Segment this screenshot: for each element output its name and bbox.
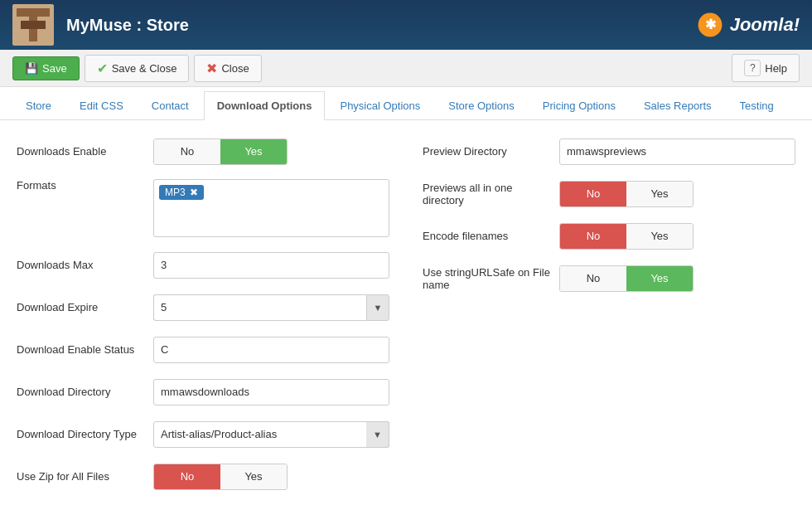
tab-store[interactable]: Store (12, 91, 65, 120)
downloads-max-row: Downloads Max (17, 250, 389, 279)
downloads-enable-yes[interactable]: Yes (220, 139, 287, 164)
formats-row: Formats MP3 ✖ (17, 179, 389, 237)
previews-all-in-one-no[interactable]: No (560, 182, 626, 206)
download-expire-input[interactable] (153, 294, 366, 321)
toolbar: 💾 Save ✔ Save & Close ✖ Close ? Help (0, 50, 812, 87)
encode-filenames-label: Encode filenames (423, 230, 559, 242)
string-url-safe-row: Use stringURLSafe on File name No Yes (423, 264, 795, 293)
use-zip-yes[interactable]: Yes (220, 464, 287, 489)
tab-sales-reports[interactable]: Sales Reports (631, 91, 725, 120)
preview-directory-row: Preview Directory (423, 137, 795, 166)
save-label: Save (42, 62, 67, 75)
use-zip-row: Use Zip for All Files No Yes (17, 462, 389, 491)
formats-box[interactable]: MP3 ✖ (153, 179, 389, 237)
download-directory-input[interactable] (153, 379, 389, 405)
use-zip-toggle: No Yes (153, 464, 288, 490)
previews-all-in-one-label: Previews all in one directory (423, 182, 559, 206)
preview-directory-input[interactable] (559, 138, 795, 165)
previews-all-in-one-row: Previews all in one directory No Yes (423, 179, 795, 208)
tab-edit-css[interactable]: Edit CSS (66, 91, 137, 120)
downloads-enable-row: Downloads Enable No Yes (17, 137, 389, 166)
download-enable-status-row: Download Enable Status (17, 335, 389, 364)
previews-all-in-one-yes[interactable]: Yes (626, 182, 693, 206)
save-close-button[interactable]: ✔ Save & Close (85, 55, 190, 82)
joomla-icon: ✱ (697, 12, 723, 38)
expire-dropdown-arrow[interactable]: ▼ (366, 294, 389, 321)
question-icon: ? (744, 60, 761, 76)
use-zip-no[interactable]: No (154, 464, 220, 489)
previews-all-in-one-toggle: No Yes (559, 181, 694, 207)
download-directory-type-label: Download Directory Type (17, 428, 153, 440)
encode-filenames-row: Encode filenames No Yes (423, 221, 795, 250)
formats-label: Formats (17, 179, 153, 192)
string-url-safe-yes[interactable]: Yes (626, 266, 693, 291)
page-title: MyMuse : Store (66, 16, 697, 35)
joomla-text: Joomla! (730, 14, 800, 36)
save-button[interactable]: 💾 Save (12, 56, 80, 80)
downloads-max-label: Downloads Max (17, 259, 153, 271)
check-icon: ✔ (97, 61, 108, 76)
download-enable-status-input[interactable] (153, 337, 389, 363)
download-directory-type-row: Download Directory Type Artist-alias/Pro… (17, 420, 389, 449)
downloads-max-input[interactable] (153, 252, 389, 279)
tab-bar: Store Edit CSS Contact Download Options … (0, 87, 812, 120)
string-url-safe-no[interactable]: No (560, 266, 626, 291)
download-directory-label: Download Directory (17, 386, 153, 398)
help-label: Help (765, 62, 787, 75)
preview-directory-label: Preview Directory (423, 145, 559, 158)
download-directory-type-wrapper: Artist-alias/Product-alias Option 2 ▼ (153, 421, 389, 448)
tab-store-options[interactable]: Store Options (435, 91, 528, 120)
left-column: Downloads Enable No Yes Formats MP3 ✖ Do… (17, 137, 389, 488)
encode-filenames-yes[interactable]: Yes (626, 224, 693, 249)
content-area: Downloads Enable No Yes Formats MP3 ✖ Do… (0, 120, 812, 505)
tab-download-options[interactable]: Download Options (204, 91, 326, 120)
download-directory-type-select[interactable]: Artist-alias/Product-alias Option 2 (153, 421, 389, 448)
save-icon: 💾 (25, 62, 38, 75)
downloads-enable-label: Downloads Enable (17, 145, 153, 158)
tab-testing[interactable]: Testing (727, 91, 787, 120)
tab-pricing-options[interactable]: Pricing Options (529, 91, 629, 120)
close-button[interactable]: ✖ Close (194, 55, 261, 82)
app-logo (12, 4, 54, 46)
header: MyMuse : Store ✱ Joomla! (0, 0, 812, 50)
mp3-tag-text: MP3 (165, 187, 186, 198)
encode-filenames-toggle: No Yes (559, 223, 694, 250)
save-close-label: Save & Close (112, 62, 177, 75)
download-expire-label: Download Expire (17, 301, 153, 313)
mp3-tag: MP3 ✖ (159, 185, 204, 200)
right-column: Preview Directory Previews all in one di… (423, 137, 795, 488)
tab-contact[interactable]: Contact (138, 91, 202, 120)
mp3-tag-remove[interactable]: ✖ (190, 187, 198, 198)
download-directory-row: Download Directory (17, 377, 389, 406)
downloads-enable-no[interactable]: No (154, 139, 220, 164)
close-label: Close (221, 62, 249, 75)
download-enable-status-label: Download Enable Status (17, 343, 153, 356)
downloads-enable-toggle: No Yes (153, 138, 288, 165)
string-url-safe-toggle: No Yes (559, 265, 694, 292)
svg-text:✱: ✱ (704, 17, 716, 32)
use-zip-label: Use Zip for All Files (17, 470, 153, 483)
download-expire-wrapper: ▼ (153, 294, 389, 321)
encode-filenames-no[interactable]: No (560, 224, 626, 249)
tab-physical-options[interactable]: Physical Options (326, 91, 433, 120)
help-button[interactable]: ? Help (732, 54, 800, 82)
joomla-logo: ✱ Joomla! (697, 12, 800, 38)
download-expire-row: Download Expire ▼ (17, 293, 389, 322)
close-icon: ✖ (206, 61, 217, 76)
string-url-safe-label: Use stringURLSafe on File name (423, 266, 559, 291)
